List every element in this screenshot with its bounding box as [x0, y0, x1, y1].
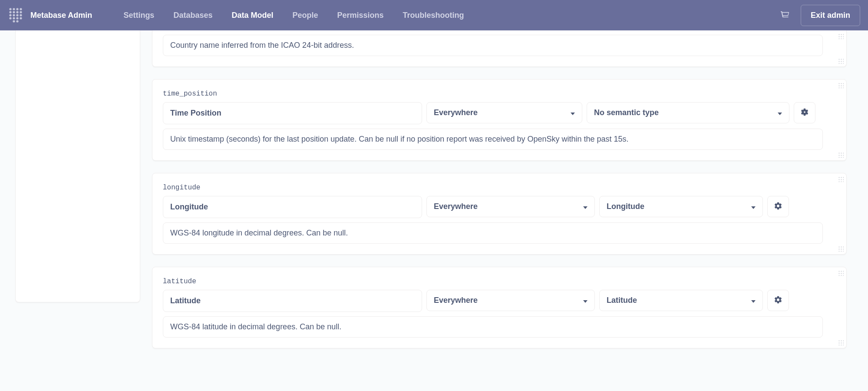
column-name-label: longitude [163, 184, 836, 192]
chevron-down-icon [751, 202, 756, 211]
field-card [152, 30, 847, 67]
field-settings-button[interactable] [767, 196, 789, 217]
visibility-value: Everywhere [434, 108, 478, 117]
nav-tab-databases[interactable]: Databases [164, 6, 222, 25]
chevron-down-icon [571, 108, 575, 117]
field-description-input[interactable] [163, 129, 823, 150]
field-description-input[interactable] [163, 35, 823, 56]
field-card: latitude Everywhere Latitude [152, 267, 847, 348]
nav-tab-data-model[interactable]: Data Model [222, 6, 283, 25]
svg-point-17 [16, 20, 18, 22]
field-display-name-input[interactable] [163, 196, 422, 218]
svg-point-9 [13, 14, 15, 16]
field-settings-button[interactable] [767, 290, 789, 311]
field-display-name-input[interactable] [163, 102, 422, 124]
svg-point-6 [16, 11, 18, 13]
chevron-down-icon [778, 108, 782, 117]
sidebar-panel [15, 30, 140, 302]
nav-tab-people[interactable]: People [283, 6, 327, 25]
metabase-logo-icon [8, 7, 23, 23]
drag-handle[interactable] [838, 83, 844, 157]
nav-tab-settings[interactable]: Settings [114, 6, 164, 25]
drag-handle[interactable] [838, 271, 844, 345]
svg-point-2 [16, 8, 18, 10]
chevron-down-icon [751, 296, 756, 305]
svg-point-16 [13, 20, 15, 22]
semantic-type-select[interactable]: No semantic type [587, 102, 789, 123]
nav-left: Metabase Admin Settings Databases Data M… [8, 6, 474, 25]
nav-tab-troubleshooting[interactable]: Troubleshooting [393, 6, 474, 25]
svg-point-3 [20, 8, 22, 10]
field-display-name-input[interactable] [163, 290, 422, 312]
svg-point-1 [13, 8, 15, 10]
svg-point-4 [9, 11, 11, 13]
nav-tabs: Settings Databases Data Model People Per… [114, 6, 473, 25]
fields-list: time_position Everywhere No semantic typ… [152, 30, 847, 361]
visibility-select[interactable]: Everywhere [426, 102, 582, 123]
visibility-select[interactable]: Everywhere [426, 196, 595, 217]
chevron-down-icon [583, 296, 587, 305]
nav-right: Exit admin [780, 5, 860, 26]
field-settings-button[interactable] [794, 102, 815, 123]
svg-point-10 [16, 14, 18, 16]
svg-point-15 [20, 17, 22, 19]
svg-point-13 [13, 17, 15, 19]
semantic-type-value: No semantic type [594, 108, 659, 117]
logo-area[interactable]: Metabase Admin [8, 7, 92, 23]
gear-icon [774, 295, 782, 306]
svg-point-12 [9, 17, 11, 19]
svg-point-8 [9, 14, 11, 16]
svg-point-11 [20, 14, 22, 16]
visibility-select[interactable]: Everywhere [426, 290, 595, 311]
field-description-input[interactable] [163, 222, 823, 244]
semantic-type-select[interactable]: Latitude [599, 290, 763, 311]
store-icon[interactable] [780, 10, 790, 20]
drag-handle[interactable] [838, 34, 844, 63]
svg-point-5 [13, 11, 15, 13]
field-card: time_position Everywhere No semantic typ… [152, 79, 847, 161]
brand-name: Metabase Admin [30, 11, 92, 20]
field-card: longitude Everywhere Longitude [152, 173, 847, 255]
chevron-down-icon [583, 202, 587, 211]
svg-point-0 [9, 8, 11, 10]
visibility-value: Everywhere [434, 296, 478, 305]
exit-admin-button[interactable]: Exit admin [801, 5, 860, 26]
drag-handle[interactable] [838, 177, 844, 251]
column-name-label: latitude [163, 278, 836, 285]
gear-icon [800, 108, 809, 118]
visibility-value: Everywhere [434, 202, 478, 211]
column-name-label: time_position [163, 90, 836, 98]
gear-icon [774, 202, 782, 212]
semantic-type-value: Latitude [607, 296, 637, 305]
semantic-type-select[interactable]: Longitude [599, 196, 763, 217]
svg-point-14 [16, 17, 18, 19]
field-description-input[interactable] [163, 316, 823, 338]
semantic-type-value: Longitude [607, 202, 644, 211]
svg-point-7 [20, 11, 22, 13]
admin-nav-bar: Metabase Admin Settings Databases Data M… [0, 0, 868, 30]
nav-tab-permissions[interactable]: Permissions [328, 6, 393, 25]
